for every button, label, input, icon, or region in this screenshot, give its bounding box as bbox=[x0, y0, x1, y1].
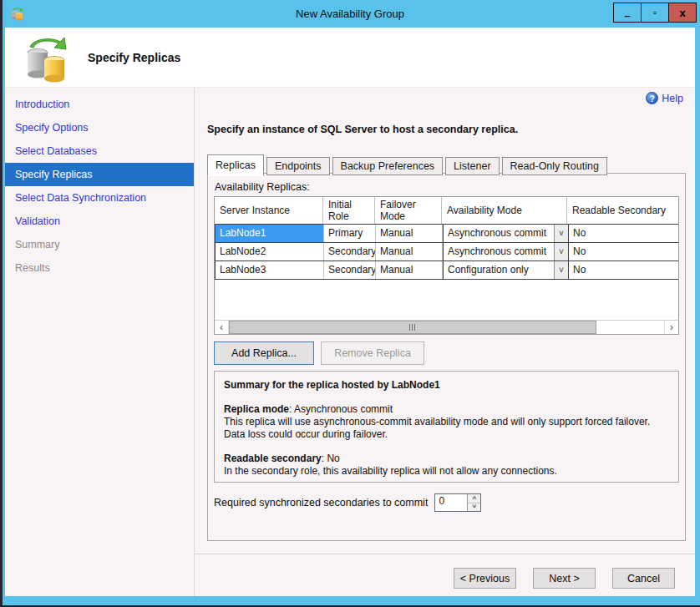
footer-divider bbox=[195, 554, 695, 554]
availability-mode-dropdown[interactable]: Asynchronous commit ˅ bbox=[443, 243, 568, 261]
help-label: Help bbox=[662, 93, 683, 104]
window-title: New Availability Group bbox=[0, 0, 700, 28]
page-title: Specify Replicas bbox=[88, 51, 180, 64]
scroll-left-icon[interactable]: ‹ bbox=[215, 321, 229, 334]
wizard-steps-sidebar: Introduction Specify Options Select Data… bbox=[5, 88, 194, 596]
sidebar-item-results: Results bbox=[5, 256, 194, 280]
availability-mode-dropdown[interactable]: Configuration only ˅ bbox=[443, 261, 568, 279]
chevron-down-icon[interactable]: ˅ bbox=[554, 225, 568, 242]
instruction-text: Specify an instance of SQL Server to hos… bbox=[207, 124, 518, 135]
replica-row-labnode1[interactable]: LabNode1 Primary Manual Asynchronous com… bbox=[215, 224, 679, 243]
availability-mode-value: Asynchronous commit bbox=[444, 243, 554, 261]
sidebar-item-select-databases[interactable]: Select Databases bbox=[5, 139, 194, 163]
readable-secondary-cell[interactable]: No bbox=[568, 243, 679, 261]
availability-replicas-label: Availability Replicas: bbox=[215, 181, 310, 193]
initial-role-cell: Secondary bbox=[324, 243, 376, 261]
main-content: ? Help Specify an instance of SQL Server… bbox=[195, 88, 695, 596]
dialog-body: Specify Replicas Introduction Specify Op… bbox=[5, 28, 695, 596]
availability-mode-value: Asynchronous commit bbox=[444, 225, 554, 242]
grid-header-row: Server Instance Initial Role Failover Mo… bbox=[215, 197, 679, 225]
replica-mode-description: This replica will use asynchronous-commi… bbox=[224, 416, 669, 441]
availability-mode-cell: Asynchronous commit ˅ bbox=[443, 243, 568, 261]
cancel-button[interactable]: Cancel bbox=[612, 568, 675, 589]
required-secondaries-label: Required synchronized secondaries to com… bbox=[214, 497, 428, 508]
sidebar-item-introduction[interactable]: Introduction bbox=[5, 93, 194, 116]
readable-secondary-description: In the secondary role, this availability… bbox=[224, 465, 669, 478]
horizontal-scrollbar[interactable]: ‹ › bbox=[215, 320, 678, 334]
tab-listener[interactable]: Listener bbox=[445, 157, 499, 175]
scrollbar-thumb[interactable] bbox=[229, 321, 596, 334]
col-readable-secondary: Readable Secondary bbox=[567, 197, 679, 224]
replicas-tab-panel: Availability Replicas: Server Instance I… bbox=[207, 173, 686, 541]
previous-button[interactable]: < Previous bbox=[454, 568, 516, 589]
col-availability-mode: Availability Mode bbox=[442, 197, 567, 224]
summary-title: Summary for the replica hosted by LabNod… bbox=[224, 379, 440, 391]
availability-mode-cell: Asynchronous commit ˅ bbox=[443, 225, 568, 242]
maximize-button[interactable]: ▫ bbox=[641, 3, 669, 23]
replica-row-labnode2[interactable]: LabNode2 Secondary Manual Asynchronous c… bbox=[215, 242, 679, 261]
add-replica-button[interactable]: Add Replica... bbox=[214, 341, 314, 365]
spinner-value[interactable]: 0 bbox=[435, 494, 467, 511]
help-link[interactable]: ? Help bbox=[646, 92, 683, 104]
sidebar-item-specify-replicas[interactable]: Specify Replicas bbox=[5, 163, 194, 186]
sidebar-item-validation[interactable]: Validation bbox=[5, 210, 194, 233]
spin-up-icon[interactable]: ˄ bbox=[468, 494, 480, 503]
server-instance-cell[interactable]: LabNode2 bbox=[216, 243, 324, 261]
availability-mode-cell: Configuration only ˅ bbox=[443, 261, 568, 279]
wizard-header: Specify Replicas bbox=[5, 28, 695, 88]
tab-endpoints[interactable]: Endpoints bbox=[266, 157, 330, 175]
titlebar[interactable]: New Availability Group – ▫ x bbox=[0, 0, 700, 28]
sidebar-item-specify-options[interactable]: Specify Options bbox=[5, 116, 194, 139]
close-button[interactable]: x bbox=[668, 3, 697, 23]
tabstrip: Replicas Endpoints Backup Preferences Li… bbox=[207, 154, 607, 175]
minimize-icon: – bbox=[624, 9, 630, 22]
sidebar-item-select-data-synchronization[interactable]: Select Data Synchronization bbox=[5, 186, 194, 210]
maximize-icon: ▫ bbox=[653, 8, 657, 18]
required-secondaries-spinner[interactable]: 0 ˄ ˅ bbox=[434, 493, 481, 512]
readable-secondary-value: : No bbox=[322, 453, 340, 464]
failover-mode-cell: Manual bbox=[376, 243, 443, 261]
tab-backup-preferences[interactable]: Backup Preferences bbox=[332, 157, 444, 175]
replica-mode-value: : Asynchronous commit bbox=[289, 403, 393, 415]
commit-row: Required synchronized secondaries to com… bbox=[214, 493, 481, 512]
initial-role-cell: Secondary bbox=[324, 261, 376, 279]
replica-summary-panel: Summary for the replica hosted by LabNod… bbox=[214, 371, 679, 483]
next-button[interactable]: Next > bbox=[533, 568, 596, 589]
col-initial-role: Initial Role bbox=[323, 197, 375, 224]
close-icon: x bbox=[679, 7, 685, 19]
server-instance-cell[interactable]: LabNode3 bbox=[216, 261, 324, 279]
replica-mode-label: Replica mode bbox=[224, 403, 289, 415]
tab-replicas[interactable]: Replicas bbox=[207, 154, 264, 176]
screen-edge-left bbox=[0, 0, 3, 607]
window-controls: – ▫ x bbox=[614, 3, 697, 23]
failover-mode-cell: Manual bbox=[376, 225, 443, 242]
availability-mode-dropdown[interactable]: Asynchronous commit ˅ bbox=[443, 225, 568, 242]
sidebar-item-summary: Summary bbox=[5, 233, 194, 256]
remove-replica-button: Remove Replica bbox=[321, 341, 424, 365]
col-server-instance: Server Instance bbox=[215, 197, 323, 224]
readable-secondary-label: Readable secondary bbox=[224, 453, 322, 464]
col-failover-mode: Failover Mode bbox=[375, 197, 442, 224]
server-instance-cell[interactable]: LabNode1 bbox=[216, 225, 324, 242]
spin-down-icon[interactable]: ˅ bbox=[468, 503, 480, 512]
replicas-grid: Server Instance Initial Role Failover Mo… bbox=[214, 196, 679, 335]
chevron-down-icon[interactable]: ˅ bbox=[554, 243, 568, 261]
chevron-down-icon[interactable]: ˅ bbox=[554, 261, 568, 279]
scroll-right-icon[interactable]: › bbox=[664, 321, 678, 334]
help-icon: ? bbox=[646, 92, 658, 104]
replica-row-labnode3[interactable]: LabNode3 Secondary Manual Configuration … bbox=[215, 261, 679, 280]
tab-read-only-routing[interactable]: Read-Only Routing bbox=[502, 157, 607, 175]
initial-role-cell: Primary bbox=[324, 225, 376, 242]
spinner-buttons: ˄ ˅ bbox=[467, 494, 480, 511]
scrollbar-grip-icon bbox=[409, 324, 416, 331]
readable-secondary-cell[interactable]: No bbox=[568, 225, 679, 242]
readable-secondary-cell[interactable]: No bbox=[568, 261, 679, 279]
availability-mode-value: Configuration only bbox=[444, 261, 554, 279]
failover-mode-cell: Manual bbox=[376, 261, 443, 279]
replication-icon bbox=[23, 32, 70, 83]
minimize-button[interactable]: – bbox=[613, 3, 642, 23]
